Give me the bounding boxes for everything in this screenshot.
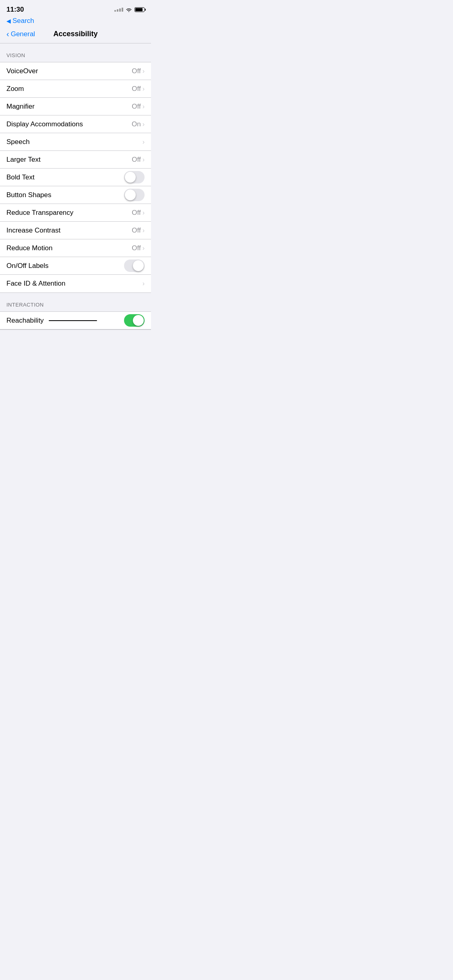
reduce-transparency-status: Off <box>132 209 141 217</box>
larger-text-row[interactable]: Larger Text Off › <box>0 151 151 169</box>
magnifier-status: Off <box>132 103 141 111</box>
increase-contrast-status: Off <box>132 226 141 235</box>
reachability-row[interactable]: Reachability <box>0 312 151 329</box>
reduce-motion-row[interactable]: Reduce Motion Off › <box>0 239 151 257</box>
voiceover-chevron-icon: › <box>143 68 145 75</box>
search-back-label[interactable]: Search <box>6 17 34 25</box>
reduce-transparency-row[interactable]: Reduce Transparency Off › <box>0 204 151 222</box>
speech-row[interactable]: Speech › <box>0 133 151 151</box>
display-accommodations-row[interactable]: Display Accommodations On › <box>0 115 151 133</box>
reduce-transparency-value: Off › <box>132 209 145 217</box>
zoom-value: Off › <box>132 85 145 93</box>
bold-text-label: Bold Text <box>6 173 124 181</box>
larger-text-chevron-icon: › <box>143 156 145 163</box>
nav-bar: ‹ General Accessibility <box>0 28 151 43</box>
face-id-value: › <box>143 280 145 287</box>
back-chevron-icon: ‹ <box>6 30 9 38</box>
reduce-motion-chevron-icon: › <box>143 245 145 252</box>
voiceover-status: Off <box>132 67 141 75</box>
reduce-motion-label: Reduce Motion <box>6 244 132 252</box>
interaction-section: INTERACTION Reachability <box>0 293 151 330</box>
display-accommodations-label: Display Accommodations <box>6 120 132 128</box>
wifi-icon <box>126 7 132 12</box>
button-shapes-row[interactable]: Button Shapes <box>0 186 151 204</box>
onoff-labels-thumb <box>133 260 144 271</box>
back-label: General <box>11 30 35 38</box>
increase-contrast-value: Off › <box>132 226 145 235</box>
reachability-line <box>49 320 97 321</box>
vision-section-header: VISION <box>0 43 151 62</box>
bold-text-thumb <box>125 172 136 183</box>
increase-contrast-row[interactable]: Increase Contrast Off › <box>0 222 151 239</box>
bold-text-row[interactable]: Bold Text <box>0 169 151 186</box>
magnifier-label: Magnifier <box>6 103 132 111</box>
magnifier-chevron-icon: › <box>143 103 145 110</box>
page-title: Accessibility <box>39 30 112 38</box>
reduce-transparency-chevron-icon: › <box>143 209 145 216</box>
display-accommodations-chevron-icon: › <box>143 121 145 128</box>
reachability-label: Reachability <box>6 317 44 325</box>
magnifier-row[interactable]: Magnifier Off › <box>0 98 151 115</box>
vision-section: VISION VoiceOver Off › Zoom Off › Magnif… <box>0 43 151 293</box>
speech-label: Speech <box>6 138 143 146</box>
display-accommodations-status: On <box>132 120 141 128</box>
increase-contrast-label: Increase Contrast <box>6 226 132 235</box>
voiceover-row[interactable]: VoiceOver Off › <box>0 62 151 80</box>
interaction-label: INTERACTION <box>6 302 44 308</box>
signal-icon <box>114 8 123 12</box>
magnifier-value: Off › <box>132 103 145 111</box>
onoff-labels-toggle[interactable] <box>124 259 145 272</box>
button-shapes-label: Button Shapes <box>6 191 124 199</box>
onoff-labels-row[interactable]: On/Off Labels <box>0 257 151 275</box>
increase-contrast-chevron-icon: › <box>143 227 145 234</box>
reduce-transparency-label: Reduce Transparency <box>6 209 132 217</box>
interaction-settings-list: Reachability <box>0 311 151 330</box>
reachability-toggle[interactable] <box>124 314 145 327</box>
reachability-thumb <box>133 315 144 326</box>
speech-value: › <box>143 138 145 146</box>
battery-icon <box>134 7 145 12</box>
reduce-motion-status: Off <box>132 244 141 252</box>
button-shapes-toggle[interactable] <box>124 189 145 201</box>
speech-chevron-icon: › <box>143 138 145 146</box>
larger-text-status: Off <box>132 156 141 164</box>
larger-text-label: Larger Text <box>6 156 132 164</box>
larger-text-value: Off › <box>132 156 145 164</box>
status-bar: 11:30 <box>0 0 151 16</box>
back-button[interactable]: ‹ General <box>6 30 39 38</box>
status-icons <box>114 7 145 12</box>
voiceover-value: Off › <box>132 67 145 75</box>
zoom-chevron-icon: › <box>143 85 145 93</box>
face-id-row[interactable]: Face ID & Attention › <box>0 275 151 292</box>
zoom-label: Zoom <box>6 85 132 93</box>
button-shapes-thumb <box>125 189 136 200</box>
status-time: 11:30 <box>6 6 24 14</box>
face-id-label: Face ID & Attention <box>6 280 143 288</box>
interaction-section-header: INTERACTION <box>0 293 151 311</box>
search-back[interactable]: Search <box>0 16 151 28</box>
zoom-row[interactable]: Zoom Off › <box>0 80 151 98</box>
vision-settings-list: VoiceOver Off › Zoom Off › Magnifier Off… <box>0 62 151 293</box>
voiceover-label: VoiceOver <box>6 67 132 75</box>
vision-label: VISION <box>6 52 25 58</box>
display-accommodations-value: On › <box>132 120 145 128</box>
bold-text-toggle[interactable] <box>124 171 145 183</box>
reduce-motion-value: Off › <box>132 244 145 252</box>
face-id-chevron-icon: › <box>143 280 145 287</box>
onoff-labels-label: On/Off Labels <box>6 262 124 270</box>
zoom-status: Off <box>132 85 141 93</box>
